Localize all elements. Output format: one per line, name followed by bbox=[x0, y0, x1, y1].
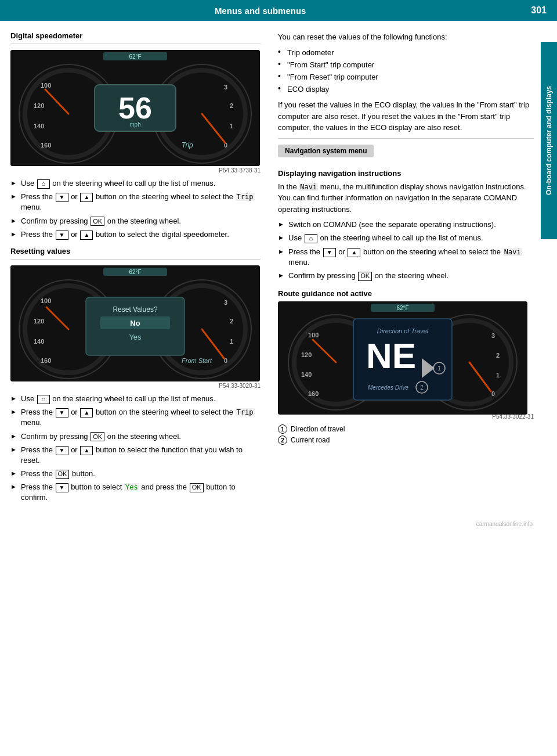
list-item: ► Press the ▼ or ▲ button on the steerin… bbox=[10, 407, 261, 428]
list-item: ► Confirm by pressing OK on the steering… bbox=[10, 216, 261, 226]
up-button: ▲ bbox=[80, 193, 93, 202]
nav-menu-label: Navigation system menu bbox=[278, 145, 374, 157]
digital-speedometer-title: Digital speedometer bbox=[10, 31, 261, 40]
ok-button: OK bbox=[91, 217, 104, 226]
up-button: ▲ bbox=[80, 231, 93, 240]
arrow-icon: ► bbox=[10, 469, 19, 478]
ok-button: OK bbox=[91, 432, 104, 441]
list-item: •Trip odometer bbox=[278, 48, 534, 58]
svg-text:3: 3 bbox=[491, 332, 495, 339]
list-item: ► Use ⌂ on the steering wheel to call up… bbox=[278, 233, 534, 243]
svg-text:120: 120 bbox=[301, 351, 312, 358]
nav-instructions-intro: In the Navi menu, the multifunction disp… bbox=[278, 181, 534, 215]
page-header: Menus and submenus 301 bbox=[0, 0, 557, 21]
arrow-icon: ► bbox=[10, 179, 19, 188]
svg-text:1: 1 bbox=[230, 123, 233, 129]
svg-text:2: 2 bbox=[230, 102, 233, 109]
svg-text:120: 120 bbox=[34, 318, 44, 325]
route-guidance-legend: 1 Direction of travel 2 Current road bbox=[278, 424, 534, 445]
svg-text:Yes: Yes bbox=[129, 333, 142, 341]
svg-text:100: 100 bbox=[41, 82, 51, 89]
reset-values-intro: You can reset the values of the followin… bbox=[278, 31, 534, 43]
list-item: ► Confirm by pressing OK on the steering… bbox=[278, 271, 534, 281]
svg-text:140: 140 bbox=[34, 123, 44, 129]
svg-text:NE: NE bbox=[366, 336, 416, 376]
svg-text:56: 56 bbox=[118, 91, 152, 125]
arrow-icon: ► bbox=[10, 408, 19, 416]
list-item: ► Press the ▼ or ▲ button on the steerin… bbox=[278, 247, 534, 268]
up-button: ▲ bbox=[80, 446, 93, 455]
down-button: ▼ bbox=[56, 231, 68, 240]
legend-number-1: 1 bbox=[278, 424, 287, 434]
home-button: ⌂ bbox=[37, 179, 50, 189]
list-item: ► Switch on COMAND (see the separate ope… bbox=[278, 219, 534, 230]
trip-menu-name: Trip bbox=[236, 193, 255, 201]
svg-text:mph: mph bbox=[129, 121, 140, 128]
navi-menu-name: Navi bbox=[503, 248, 522, 256]
ok-button: OK bbox=[190, 483, 204, 492]
list-item: ► Press the ▼ or ▲ button to select the … bbox=[10, 229, 261, 240]
reset-values-note: If you reset the values in the ECO displ… bbox=[278, 99, 534, 134]
svg-text:140: 140 bbox=[301, 371, 312, 378]
divider-1 bbox=[10, 44, 261, 44]
legend-item-1: 1 Direction of travel bbox=[278, 424, 534, 434]
bullet-dot: • bbox=[278, 59, 285, 70]
speedometer-dashboard-image: 62°F 100 120 140 160 3 2 1 0 bbox=[10, 50, 260, 166]
arrow-icon: ► bbox=[278, 233, 286, 242]
legend-number-2: 2 bbox=[278, 435, 287, 445]
svg-text:No: No bbox=[130, 319, 140, 327]
list-item: ► Press the ▼ or ▲ button to select the … bbox=[10, 445, 261, 466]
arrow-icon: ► bbox=[278, 247, 286, 256]
svg-text:160: 160 bbox=[308, 390, 319, 397]
svg-text:62°F: 62°F bbox=[129, 53, 141, 60]
bullet-dot: • bbox=[278, 46, 285, 58]
down-button: ▼ bbox=[56, 193, 68, 202]
svg-text:2: 2 bbox=[420, 384, 424, 391]
arrow-icon: ► bbox=[10, 432, 19, 441]
route-guidance-dashboard-image: 62°F 100 120 140 160 3 2 1 0 bbox=[278, 301, 527, 415]
legend-item-2: 2 Current road bbox=[278, 435, 534, 445]
right-column: You can reset the values of the followin… bbox=[272, 31, 534, 508]
list-item: ► Press the ▼ or ▲ button on the steerin… bbox=[10, 192, 261, 213]
down-button: ▼ bbox=[56, 446, 68, 455]
home-button: ⌂ bbox=[305, 234, 317, 243]
chapter-title: Menus and submenus bbox=[0, 0, 520, 21]
ok-button: OK bbox=[358, 272, 372, 281]
down-button: ▼ bbox=[323, 248, 336, 257]
route-guidance-title: Route guidance not active bbox=[278, 289, 534, 298]
svg-text:Reset Values?: Reset Values? bbox=[113, 305, 157, 314]
list-item: ► Confirm by pressing OK on the steering… bbox=[10, 431, 261, 442]
list-item: •"From Reset" trip computer bbox=[278, 72, 534, 82]
reset-values-dashboard-image: 62°F 100 120 140 160 3 2 1 0 Reset Value… bbox=[10, 265, 260, 381]
list-item: ► Press the OK button. bbox=[10, 469, 261, 479]
arrow-icon: ► bbox=[10, 192, 19, 201]
legend-text-2: Current road bbox=[291, 436, 330, 444]
bullet-dot: • bbox=[278, 71, 285, 82]
down-button: ▼ bbox=[56, 408, 68, 417]
arrow-icon: ► bbox=[10, 394, 19, 403]
digital-speedometer-instructions: ► Use ⌂ on the steering wheel to call up… bbox=[10, 178, 261, 240]
nav-instructions-list: ► Switch on COMAND (see the separate ope… bbox=[278, 219, 534, 281]
arrow-icon: ► bbox=[10, 230, 19, 239]
svg-text:1: 1 bbox=[230, 338, 233, 345]
trip-menu-name: Trip bbox=[236, 408, 255, 416]
left-column: Digital speedometer 62°F 100 120 140 bbox=[10, 31, 272, 508]
list-item: ► Press the ▼ button to select Yes and p… bbox=[10, 482, 261, 503]
list-item: •"From Start" trip computer bbox=[278, 60, 534, 70]
svg-text:140: 140 bbox=[34, 338, 44, 345]
legend-text-1: Direction of travel bbox=[291, 425, 345, 433]
svg-text:1: 1 bbox=[437, 365, 441, 372]
divider-2 bbox=[10, 259, 261, 260]
svg-text:62°F: 62°F bbox=[396, 305, 408, 311]
page-number: 301 bbox=[520, 0, 557, 21]
svg-text:160: 160 bbox=[41, 142, 51, 149]
svg-text:2: 2 bbox=[496, 352, 500, 359]
speedometer-image-caption: P54.33-3738-31 bbox=[10, 167, 261, 174]
reset-values-list: •Trip odometer •"From Start" trip comput… bbox=[278, 48, 534, 95]
svg-text:160: 160 bbox=[41, 357, 51, 364]
reset-values-image-caption: P54.33-3020-31 bbox=[10, 383, 261, 389]
page-content: Digital speedometer 62°F 100 120 140 bbox=[0, 21, 557, 519]
arrow-icon: ► bbox=[10, 445, 19, 454]
arrow-icon: ► bbox=[10, 483, 19, 491]
divider-3 bbox=[278, 138, 534, 139]
